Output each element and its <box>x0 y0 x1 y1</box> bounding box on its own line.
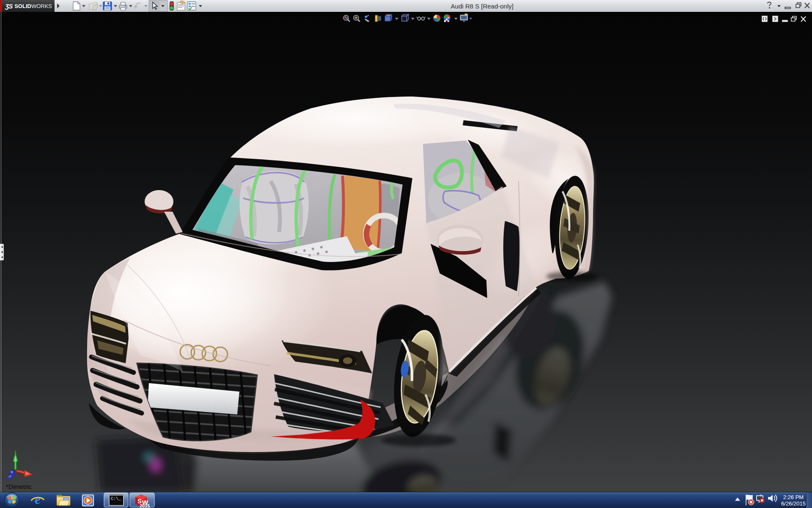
svg-text:e: e <box>35 492 41 507</box>
svg-text:2015: 2015 <box>140 503 150 508</box>
svg-text:C:\_: C:\_ <box>111 497 121 501</box>
